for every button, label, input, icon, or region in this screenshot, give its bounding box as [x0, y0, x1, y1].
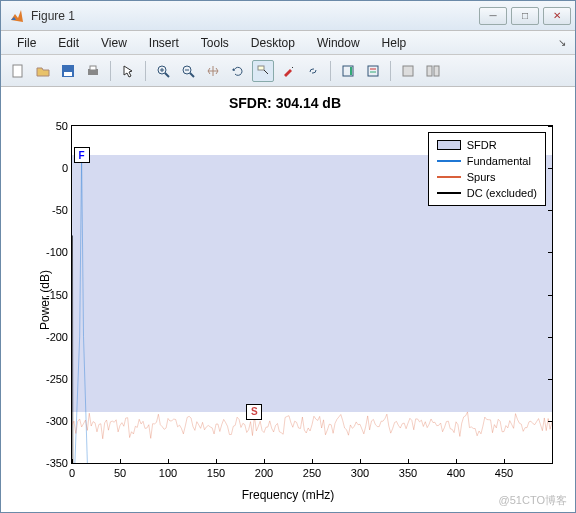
x-tick: 400: [447, 463, 465, 479]
titlebar[interactable]: Figure 1 ─ □ ✕: [1, 1, 575, 31]
separator: [110, 61, 111, 81]
x-tick: 350: [399, 463, 417, 479]
y-tick: -50: [52, 204, 72, 216]
y-tick: -100: [46, 246, 72, 258]
spurs-swatch: [437, 176, 461, 178]
x-tick: 0: [69, 463, 75, 479]
legend-entry-fundamental: Fundamental: [437, 153, 537, 169]
y-tick: -200: [46, 331, 72, 343]
svg-rect-0: [13, 65, 22, 77]
x-tick: 300: [351, 463, 369, 479]
rotate-icon[interactable]: [227, 60, 249, 82]
separator: [145, 61, 146, 81]
print-icon[interactable]: [82, 60, 104, 82]
legend-entry-spurs: Spurs: [437, 169, 537, 185]
menu-desktop[interactable]: Desktop: [241, 34, 305, 52]
menu-edit[interactable]: Edit: [48, 34, 89, 52]
watermark: @51CTO博客: [499, 493, 567, 508]
menu-help[interactable]: Help: [372, 34, 417, 52]
screenshot-icon[interactable]: [397, 60, 419, 82]
x-tick: 250: [303, 463, 321, 479]
menu-file[interactable]: File: [7, 34, 46, 52]
menubar: File Edit View Insert Tools Desktop Wind…: [1, 31, 575, 55]
y-tick: -300: [46, 415, 72, 427]
maximize-button[interactable]: □: [511, 7, 539, 25]
insert-legend-icon[interactable]: [362, 60, 384, 82]
close-button[interactable]: ✕: [543, 7, 571, 25]
matlab-icon: [9, 8, 25, 24]
figure-window: Figure 1 ─ □ ✕ File Edit View Insert Too…: [0, 0, 576, 513]
link-icon[interactable]: [302, 60, 324, 82]
dc-swatch: [437, 192, 461, 194]
open-file-icon[interactable]: [32, 60, 54, 82]
pointer-icon[interactable]: [117, 60, 139, 82]
brush-icon[interactable]: [277, 60, 299, 82]
y-tick: 50: [56, 120, 72, 132]
svg-line-13: [264, 70, 268, 74]
svg-rect-15: [350, 67, 352, 75]
svg-rect-20: [427, 66, 432, 76]
menu-insert[interactable]: Insert: [139, 34, 189, 52]
svg-rect-16: [368, 66, 378, 76]
spur-marker[interactable]: S: [246, 404, 262, 420]
y-tick: -250: [46, 373, 72, 385]
separator: [330, 61, 331, 81]
new-file-icon[interactable]: [7, 60, 29, 82]
separator: [390, 61, 391, 81]
minimize-button[interactable]: ─: [479, 7, 507, 25]
fundamental-marker[interactable]: F: [74, 147, 90, 163]
svg-rect-12: [258, 66, 264, 70]
axes[interactable]: F S SFDR Fundamental Spurs DC (excluded)…: [71, 125, 553, 464]
chart-title: SFDR: 304.14 dB: [7, 95, 563, 111]
svg-rect-21: [434, 66, 439, 76]
insert-colorbar-icon[interactable]: [337, 60, 359, 82]
zoom-out-icon[interactable]: [177, 60, 199, 82]
svg-line-10: [190, 73, 194, 77]
sfdr-swatch: [437, 140, 461, 150]
svg-rect-19: [403, 66, 413, 76]
x-tick: 100: [159, 463, 177, 479]
legend[interactable]: SFDR Fundamental Spurs DC (excluded): [428, 132, 546, 206]
zoom-in-icon[interactable]: [152, 60, 174, 82]
data-cursor-icon[interactable]: [252, 60, 274, 82]
menu-tools[interactable]: Tools: [191, 34, 239, 52]
window-title: Figure 1: [31, 9, 479, 23]
plot-area: SFDR: 304.14 dB Power (dB) Frequency (mH…: [1, 87, 575, 512]
svg-line-6: [165, 73, 169, 77]
x-tick: 450: [495, 463, 513, 479]
y-tick: -150: [46, 289, 72, 301]
legend-entry-dc: DC (excluded): [437, 185, 537, 201]
menu-view[interactable]: View: [91, 34, 137, 52]
layout-icon[interactable]: [422, 60, 444, 82]
fundamental-swatch: [437, 160, 461, 162]
svg-rect-2: [64, 72, 72, 76]
menu-window[interactable]: Window: [307, 34, 370, 52]
x-tick: 50: [114, 463, 126, 479]
window-buttons: ─ □ ✕: [479, 7, 571, 25]
svg-rect-4: [90, 66, 96, 70]
y-tick: 0: [62, 162, 72, 174]
legend-entry-sfdr: SFDR: [437, 137, 537, 153]
dock-icon[interactable]: ↘: [555, 36, 569, 50]
x-axis-label: Frequency (mHz): [242, 488, 335, 502]
save-icon[interactable]: [57, 60, 79, 82]
x-tick: 200: [255, 463, 273, 479]
x-tick: 150: [207, 463, 225, 479]
pan-icon[interactable]: [202, 60, 224, 82]
toolbar: [1, 55, 575, 87]
